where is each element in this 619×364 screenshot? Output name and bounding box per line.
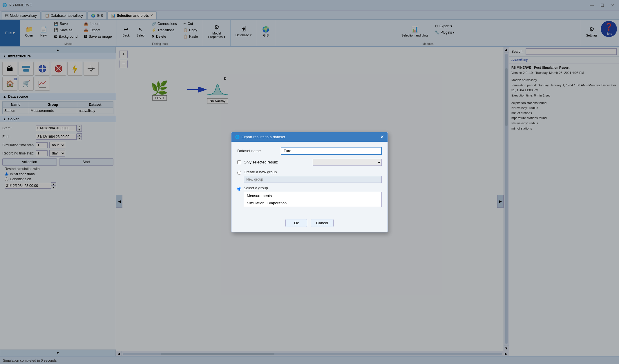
only-selected-checkbox[interactable] xyxy=(237,160,241,164)
dataset-name-input[interactable] xyxy=(281,147,382,155)
group-list: Measurements Simulation_Evaporation xyxy=(244,192,382,207)
create-group-row: Create a new group xyxy=(237,170,382,183)
group-item-simulation-evaporation[interactable]: Simulation_Evaporation xyxy=(244,199,381,207)
export-modal: 🌐 Export results to a dataset ✕ Dataset … xyxy=(231,132,388,232)
modal-title: Export results to a dataset xyxy=(241,135,285,139)
radio-section: Create a new group Select a group Measur… xyxy=(237,170,382,207)
select-group-label: Select a group xyxy=(244,186,382,190)
only-selected-label: Only selected result: xyxy=(244,160,310,164)
select-group-row: Select a group Measurements Simulation_E… xyxy=(237,186,382,207)
create-group-radio[interactable] xyxy=(237,171,241,175)
dataset-name-row: Dataset name xyxy=(237,147,382,155)
dataset-name-label: Dataset name xyxy=(237,149,281,153)
select-group-radio[interactable] xyxy=(237,187,241,191)
modal-footer: Ok Cancel xyxy=(231,216,388,232)
modal-overlay[interactable]: 🌐 Export results to a dataset ✕ Dataset … xyxy=(0,0,619,364)
select-group-content: Select a group Measurements Simulation_E… xyxy=(244,186,382,207)
group-item-measurements[interactable]: Measurements xyxy=(244,192,381,199)
create-group-content: Create a new group xyxy=(244,170,382,183)
modal-title-bar: 🌐 Export results to a dataset ✕ xyxy=(231,132,388,142)
create-group-label: Create a new group xyxy=(244,170,382,174)
ok-button[interactable]: Ok xyxy=(285,219,307,227)
only-selected-dropdown[interactable] xyxy=(313,159,382,166)
modal-icon: 🌐 xyxy=(235,135,240,139)
modal-title-left: 🌐 Export results to a dataset xyxy=(235,135,285,139)
modal-body: Dataset name Only selected result: Creat… xyxy=(231,142,388,216)
cancel-button[interactable]: Cancel xyxy=(311,219,333,227)
only-selected-row: Only selected result: xyxy=(237,159,382,166)
new-group-input[interactable] xyxy=(244,176,382,183)
modal-close-button[interactable]: ✕ xyxy=(380,134,384,140)
